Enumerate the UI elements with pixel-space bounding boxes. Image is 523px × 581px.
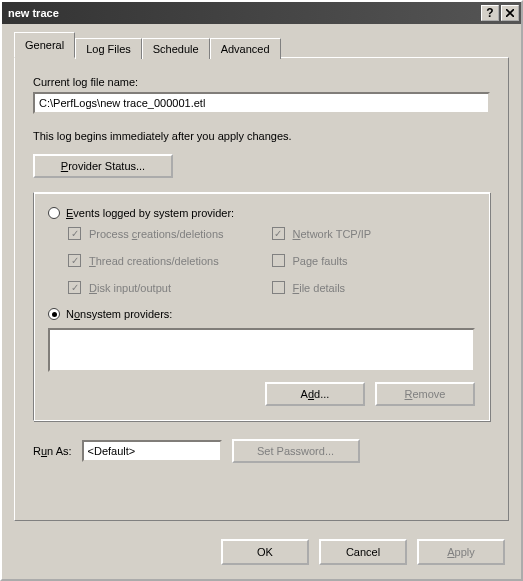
radio-dot-icon [52, 312, 57, 317]
nonsystem-radio[interactable]: Nonsystem providers: [48, 308, 475, 320]
btn-label: Add... [301, 388, 330, 400]
btn-label: Provider Status... [61, 160, 145, 172]
close-button[interactable] [501, 5, 519, 21]
checkbox-icon [68, 227, 81, 240]
remove-button: Remove [375, 382, 475, 406]
btn-label: OK [257, 546, 273, 558]
dialog-footer: OK Cancel Apply [2, 529, 521, 579]
window-title: new trace [8, 7, 479, 19]
tab-general[interactable]: General [14, 32, 75, 58]
current-log-input[interactable] [33, 92, 490, 114]
checkbox-icon [272, 227, 285, 240]
tab-schedule[interactable]: Schedule [142, 38, 210, 59]
events-system-radio[interactable]: Events logged by system provider: [48, 207, 475, 219]
check-label: Disk input/output [89, 282, 171, 294]
window-frame: new trace ? General Log Files Schedule A… [0, 0, 523, 581]
nonsystem-providers-list[interactable] [48, 328, 475, 372]
check-disk: Disk input/output [68, 281, 272, 294]
radio-label: Nonsystem providers: [66, 308, 172, 320]
radio-label: Events logged by system provider: [66, 207, 234, 219]
ok-button[interactable]: OK [221, 539, 309, 565]
checkbox-icon [272, 254, 285, 267]
check-label: Process creations/deletions [89, 228, 224, 240]
checkbox-icon [68, 281, 81, 294]
provider-buttons: Add... Remove [48, 382, 475, 406]
checkbox-icon [272, 281, 285, 294]
check-label: Thread creations/deletions [89, 255, 219, 267]
tab-label: Advanced [221, 43, 270, 55]
check-process: Process creations/deletions [68, 227, 272, 240]
apply-note: This log begins immediately after you ap… [33, 130, 490, 142]
tab-label: Log Files [86, 43, 131, 55]
btn-label: Set Password... [257, 445, 334, 457]
current-log-label: Current log file name: [33, 76, 490, 88]
btn-label: Cancel [346, 546, 380, 558]
tab-panel-general: Current log file name: This log begins i… [14, 57, 509, 521]
dialog-body: General Log Files Schedule Advanced Curr… [2, 24, 521, 529]
check-filedetails: File details [272, 281, 476, 294]
tab-strip: General Log Files Schedule Advanced [14, 32, 509, 58]
btn-label: Remove [405, 388, 446, 400]
help-button[interactable]: ? [481, 5, 499, 21]
tab-log-files[interactable]: Log Files [75, 38, 142, 59]
tab-label: General [25, 39, 64, 51]
check-label: Network TCP/IP [293, 228, 372, 240]
check-label: Page faults [293, 255, 348, 267]
run-as-input[interactable] [82, 440, 222, 462]
titlebar: new trace ? [2, 2, 521, 24]
tab-label: Schedule [153, 43, 199, 55]
provider-group: Events logged by system provider: Proces… [33, 192, 490, 421]
btn-label: Apply [447, 546, 475, 558]
check-network: Network TCP/IP [272, 227, 476, 240]
system-events-grid: Process creations/deletions Network TCP/… [68, 227, 475, 294]
check-label: File details [293, 282, 346, 294]
radio-icon [48, 308, 60, 320]
checkbox-icon [68, 254, 81, 267]
run-as-row: Run As: Set Password... [33, 439, 490, 463]
tab-advanced[interactable]: Advanced [210, 38, 281, 59]
check-pagefaults: Page faults [272, 254, 476, 267]
set-password-button: Set Password... [232, 439, 360, 463]
cancel-button[interactable]: Cancel [319, 539, 407, 565]
run-as-label: Run As: [33, 445, 72, 457]
close-icon [506, 9, 514, 17]
add-button[interactable]: Add... [265, 382, 365, 406]
provider-status-button[interactable]: Provider Status... [33, 154, 173, 178]
apply-button: Apply [417, 539, 505, 565]
check-thread: Thread creations/deletions [68, 254, 272, 267]
radio-icon [48, 207, 60, 219]
